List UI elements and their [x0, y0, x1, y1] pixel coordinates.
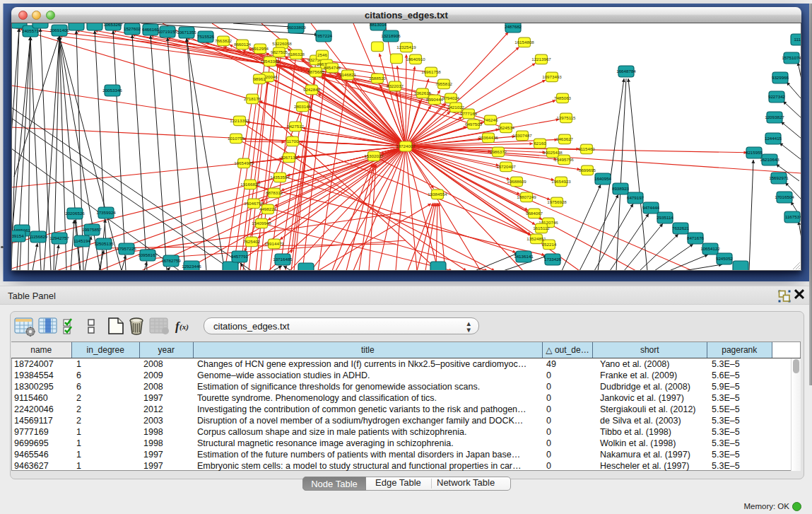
- svg-text:9146821: 9146821: [339, 72, 357, 77]
- svg-text:16782759: 16782759: [161, 258, 181, 263]
- svg-text:10654122: 10654122: [700, 246, 720, 251]
- svg-text:10719155: 10719155: [158, 29, 177, 34]
- svg-text:9242848: 9242848: [303, 87, 321, 92]
- svg-text:9474444: 9474444: [642, 205, 660, 210]
- svg-text:10025438: 10025438: [543, 150, 563, 155]
- svg-text:19975857: 19975857: [82, 227, 102, 232]
- svg-text:4498222: 4498222: [259, 206, 277, 211]
- svg-text:7632621: 7632621: [672, 226, 690, 230]
- svg-text:20364436: 20364436: [478, 135, 498, 140]
- svg-text:8186328: 8186328: [288, 52, 305, 57]
- svg-text:1588520: 1588520: [369, 76, 387, 81]
- svg-text:8990444: 8990444: [426, 97, 444, 102]
- svg-text:2405571: 2405571: [22, 28, 40, 33]
- svg-text:15409948: 15409948: [252, 221, 271, 226]
- svg-text:98961: 98961: [253, 76, 266, 81]
- svg-text:8454749: 8454749: [324, 65, 341, 70]
- svg-text:8878312: 8878312: [266, 190, 283, 195]
- svg-text:9227342: 9227342: [768, 94, 786, 99]
- svg-text:20053346: 20053346: [102, 88, 122, 93]
- svg-text:7485063: 7485063: [554, 95, 572, 100]
- svg-text:15692971: 15692971: [769, 175, 789, 180]
- svg-text:16961758: 16961758: [421, 69, 441, 74]
- svg-text:8215955: 8215955: [746, 150, 763, 155]
- svg-text:9794024: 9794024: [442, 95, 460, 100]
- svg-text:1615112: 1615112: [533, 226, 550, 230]
- svg-text:12923446: 12923446: [182, 264, 201, 269]
- svg-text:16046798: 16046798: [244, 201, 264, 206]
- svg-text:19756928: 19756928: [547, 199, 567, 204]
- svg-text:2546: 2546: [317, 52, 327, 57]
- svg-text:1640954: 1640954: [594, 176, 612, 181]
- svg-text:9115460: 9115460: [578, 146, 595, 151]
- svg-text:15302027: 15302027: [364, 153, 384, 158]
- svg-text:1421022: 1421022: [447, 105, 465, 110]
- svg-text:2718176: 2718176: [244, 96, 261, 101]
- svg-text:11700: 11700: [287, 139, 299, 144]
- svg-text:116753: 116753: [785, 214, 800, 219]
- svg-text:14353594: 14353594: [270, 175, 290, 180]
- svg-text:19654923: 19654923: [551, 179, 571, 184]
- svg-text:9463627: 9463627: [556, 136, 574, 141]
- svg-text:16033809: 16033809: [286, 25, 306, 30]
- svg-text:6479197: 6479197: [627, 195, 645, 200]
- svg-text:8660124: 8660124: [234, 42, 252, 47]
- svg-text:8322037: 8322037: [387, 83, 404, 88]
- svg-text:17016504: 17016504: [775, 194, 794, 199]
- svg-text:18724007: 18724007: [396, 144, 416, 148]
- svg-text:1145194: 1145194: [73, 238, 90, 243]
- svg-text:12505135: 12505135: [94, 241, 114, 246]
- svg-text:8699695: 8699695: [579, 168, 596, 173]
- svg-text:10973493: 10973493: [542, 74, 562, 79]
- svg-text:9329966: 9329966: [772, 75, 789, 80]
- svg-text:16648784: 16648784: [616, 69, 636, 74]
- svg-text:7857224: 7857224: [315, 33, 333, 38]
- svg-text:10307487: 10307487: [512, 133, 532, 138]
- svg-text:9684067: 9684067: [526, 211, 543, 216]
- svg-text:1362615: 1362615: [414, 90, 432, 95]
- svg-text:7663822: 7663822: [215, 38, 233, 43]
- svg-text:746246: 746246: [483, 117, 498, 122]
- svg-text:12213392: 12213392: [230, 118, 249, 123]
- svg-text:12213967: 12213967: [531, 57, 551, 62]
- svg-text:9245052: 9245052: [716, 256, 734, 261]
- svg-text:8471676: 8471676: [687, 235, 705, 240]
- svg-text:11156829: 11156829: [29, 234, 48, 239]
- svg-text:9777169: 9777169: [460, 111, 478, 116]
- svg-text:9457791: 9457791: [231, 254, 249, 259]
- svg-text:15751074: 15751074: [782, 55, 801, 60]
- svg-text:12975115: 12975115: [556, 115, 576, 120]
- svg-text:12093827: 12093827: [765, 115, 784, 119]
- svg-text:17359924: 17359924: [96, 210, 116, 215]
- svg-text:19166825: 19166825: [240, 182, 260, 187]
- svg-text:16154808: 16154808: [514, 40, 534, 45]
- svg-text:16210643: 16210643: [760, 157, 779, 162]
- svg-text:1010755: 1010755: [228, 136, 245, 141]
- svg-text:19384554: 19384554: [428, 192, 447, 197]
- svg-text:8938923: 8938923: [612, 186, 630, 191]
- svg-text:12942757: 12942757: [49, 235, 69, 240]
- svg-text:1244415: 1244415: [765, 136, 782, 141]
- svg-text:18640910: 18640910: [406, 57, 425, 62]
- svg-text:2487682: 2487682: [505, 24, 522, 29]
- svg-text:10958167: 10958167: [138, 252, 158, 257]
- svg-text:19654985: 19654985: [234, 160, 254, 165]
- svg-text:1733426: 1733426: [544, 257, 562, 262]
- svg-text:8813014: 8813014: [370, 23, 387, 27]
- svg-text:39154: 39154: [11, 233, 24, 238]
- svg-text:1624534: 1624534: [498, 125, 515, 130]
- svg-text:9827505: 9827505: [271, 49, 288, 54]
- svg-text:9427512: 9427512: [287, 124, 305, 129]
- svg-text:2803144: 2803144: [294, 104, 312, 109]
- svg-text:252214: 252214: [542, 242, 557, 247]
- svg-text:10671355: 10671355: [177, 30, 196, 35]
- svg-text:1527602: 1527602: [124, 26, 141, 31]
- svg-text:18807249: 18807249: [517, 194, 536, 199]
- svg-text:7625402: 7625402: [243, 239, 261, 244]
- svg-text:8912954: 8912954: [252, 46, 269, 51]
- svg-text:6497503: 6497503: [465, 122, 483, 127]
- svg-text:13716485: 13716485: [273, 257, 293, 262]
- svg-text:1112: 1112: [794, 37, 801, 42]
- svg-text:2935114: 2935114: [657, 215, 673, 220]
- svg-text:62160: 62160: [534, 141, 546, 146]
